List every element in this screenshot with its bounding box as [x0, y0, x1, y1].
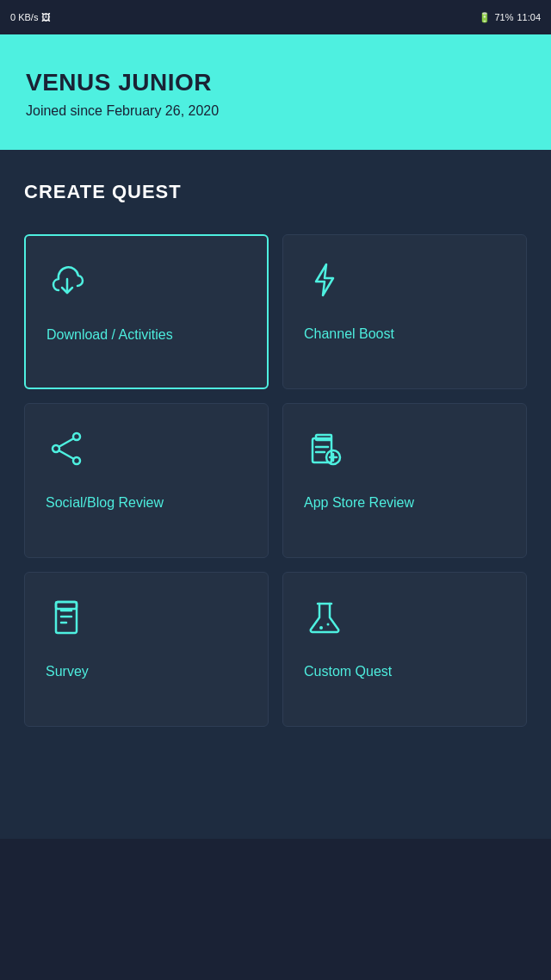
quest-label-channel-boost: Channel Boost [304, 325, 394, 344]
flask-icon [304, 597, 345, 638]
section-title: CREATE QUEST [24, 181, 527, 203]
quest-card-social-blog[interactable]: Social/Blog Review [24, 403, 269, 558]
user-name: VENUS JUNIOR [26, 69, 525, 96]
svg-point-20 [327, 623, 330, 626]
quest-card-download-activities[interactable]: Download / Activities [24, 234, 269, 389]
app-store-icon [304, 428, 345, 469]
battery-icon: 🔋 [479, 12, 491, 23]
quest-card-channel-boost[interactable]: Channel Boost [282, 234, 527, 389]
status-bar-left: 0 KB/s 🖼 [10, 12, 51, 22]
lightning-icon [304, 259, 345, 301]
data-speed: 0 KB/s [10, 12, 38, 22]
quest-card-custom[interactable]: Custom Quest [282, 572, 527, 727]
quest-label-social: Social/Blog Review [46, 493, 164, 512]
quest-label-download: Download / Activities [46, 326, 173, 344]
quest-label-app-store: App Store Review [304, 493, 414, 512]
svg-rect-6 [313, 438, 331, 462]
quest-card-survey[interactable]: Survey [24, 572, 269, 727]
quest-label-custom: Custom Quest [304, 662, 392, 681]
join-date: Joined since February 26, 2020 [26, 103, 525, 119]
quest-card-app-store[interactable]: App Store Review [282, 403, 527, 558]
main-content: CREATE QUEST Download / Activities Chann… [0, 150, 551, 839]
image-icon: 🖼 [41, 12, 51, 22]
svg-point-19 [319, 626, 323, 630]
svg-rect-17 [56, 602, 77, 609]
battery-percent: 71% [494, 12, 513, 22]
user-header: VENUS JUNIOR Joined since February 26, 2… [0, 34, 551, 150]
svg-line-5 [59, 451, 73, 459]
time-display: 11:04 [517, 12, 541, 22]
cloud-download-icon [46, 260, 88, 301]
status-bar-right: 🔋 71% 11:04 [479, 12, 541, 23]
quest-label-survey: Survey [46, 662, 89, 681]
status-bar: 0 KB/s 🖼 🔋 71% 11:04 [0, 0, 551, 34]
survey-icon [46, 597, 87, 638]
svg-line-4 [59, 439, 73, 447]
share-icon [46, 428, 87, 469]
quest-grid: Download / Activities Channel Boost [24, 234, 527, 727]
